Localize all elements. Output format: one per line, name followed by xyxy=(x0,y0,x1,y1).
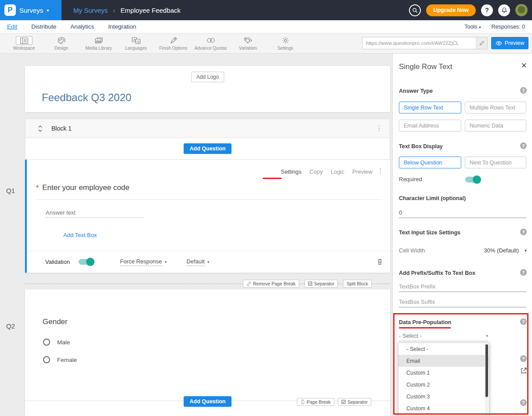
data-prepopulation-select[interactable]: - Select - ▾ xyxy=(399,331,488,341)
chevron-down-icon[interactable]: ▾ xyxy=(525,248,527,253)
chevron-down-icon: ▾ xyxy=(486,333,488,338)
help-icon[interactable]: ? xyxy=(520,269,527,276)
force-response-select[interactable]: Force Response xyxy=(120,258,162,266)
survey-url-box xyxy=(362,37,488,49)
collapse-block-icon[interactable] xyxy=(38,125,43,132)
question-action-copy[interactable]: Copy xyxy=(309,168,322,175)
add-question-button[interactable]: Add Question xyxy=(184,396,232,407)
kebab-menu-icon[interactable]: ⋮ xyxy=(377,168,384,175)
search-icon[interactable] xyxy=(409,4,421,16)
preview-button[interactable]: Preview xyxy=(491,37,528,49)
split-block-button[interactable]: Split Block xyxy=(343,280,372,288)
required-toggle[interactable] xyxy=(465,177,480,182)
textbox-prefix-input[interactable] xyxy=(399,281,526,292)
help-icon[interactable]: ? xyxy=(520,229,527,235)
annotation-underline-data-prepopulation xyxy=(399,327,451,328)
external-link-icon[interactable] xyxy=(521,368,527,374)
responses-count[interactable]: Responses: 0 xyxy=(492,24,525,30)
toolbar-item-design[interactable]: Design xyxy=(43,36,80,51)
toolbar-item-advance-quotas[interactable]: Advance Quotas xyxy=(192,36,229,51)
tools-menu[interactable]: Tools ▾ xyxy=(464,24,481,30)
cell-width-value[interactable]: 30% (Default) xyxy=(484,247,519,254)
block-footer-controls: Page Break Separator xyxy=(297,398,371,406)
question-text-row[interactable]: * Enter your employee code xyxy=(36,183,382,200)
advance-quotas-icon xyxy=(206,36,215,45)
textbox-suffix-input[interactable] xyxy=(399,297,526,307)
dropdown-option-email[interactable]: Email xyxy=(398,355,489,367)
help-icon[interactable]: ? xyxy=(481,4,493,16)
display-below-question[interactable]: Below Question xyxy=(399,157,461,168)
answer-type-single-row[interactable]: Single Row Text xyxy=(399,102,461,113)
page-break-controls: Remove Page Break Separator Split Block xyxy=(25,280,390,288)
dropdown-option-custom1[interactable]: Custom 1 xyxy=(398,367,489,379)
default-validation-select[interactable]: Default xyxy=(187,258,205,266)
breadcrumb-my-surveys[interactable]: My Surveys xyxy=(73,7,108,14)
pencil-icon[interactable] xyxy=(476,37,487,49)
nav-right: Tools ▾ Responses: 0 xyxy=(464,24,525,30)
help-icon[interactable]: ? xyxy=(520,399,527,406)
separator-button[interactable]: Separator xyxy=(304,280,338,288)
dropdown-option-custom3[interactable]: Custom 3 xyxy=(398,390,489,402)
validation-toggle[interactable] xyxy=(79,259,94,265)
toggle-knob xyxy=(86,258,94,266)
toolbar-item-media-library[interactable]: Media Library xyxy=(80,36,117,51)
dropdown-scrollbar[interactable] xyxy=(485,343,489,415)
remove-page-break-button[interactable]: Remove Page Break xyxy=(243,280,299,288)
tab-integration[interactable]: Integration xyxy=(108,23,136,30)
block-name[interactable]: Block 1 xyxy=(51,125,72,132)
product-switcher[interactable]: P Surveys ▾ xyxy=(0,0,62,20)
answer-type-numeric-data[interactable]: Numeric Data xyxy=(465,120,526,131)
question-text[interactable]: Gender xyxy=(43,317,68,326)
question-action-settings[interactable]: Settings xyxy=(281,168,301,175)
question-action-logic[interactable]: Logic xyxy=(331,168,344,175)
separator-button[interactable]: Separator xyxy=(338,398,371,406)
answer-type-multiple-rows[interactable]: Multiple Rows Text xyxy=(465,102,526,113)
radio-option-female[interactable]: Female xyxy=(43,356,77,363)
toolbar-label: Workspace xyxy=(13,46,35,51)
toolbar-label: Advance Quotas xyxy=(195,46,227,51)
kebab-menu-icon[interactable]: ⋮ xyxy=(376,125,383,132)
tab-edit[interactable]: Edit xyxy=(7,23,17,30)
tab-distribute[interactable]: Distribute xyxy=(31,23,56,30)
help-icon[interactable]: ? xyxy=(520,318,527,325)
page-break-button[interactable]: Page Break xyxy=(297,398,334,406)
dropdown-option-custom2[interactable]: Custom 2 xyxy=(398,379,489,390)
toolbar-item-settings[interactable]: Settings xyxy=(267,36,304,51)
radio-option-male[interactable]: Male xyxy=(43,339,70,346)
toolbar-item-finish-options[interactable]: Finish Options xyxy=(155,36,192,51)
close-icon[interactable]: × xyxy=(521,61,527,70)
question-action-preview[interactable]: Preview xyxy=(352,168,373,175)
survey-title[interactable]: Feedback Q3 2020 xyxy=(42,91,131,104)
toolbar-item-workspace[interactable]: Workspace xyxy=(5,36,43,51)
toolbar-item-variables[interactable]: Variables xyxy=(229,36,267,51)
chevron-down-icon: ▾ xyxy=(165,259,167,264)
tools-label: Tools xyxy=(464,24,477,30)
radio-icon xyxy=(43,339,50,346)
add-text-box-link[interactable]: Add Text Box xyxy=(63,232,97,238)
character-limit-input[interactable] xyxy=(399,208,526,218)
survey-url-input[interactable] xyxy=(362,40,476,46)
scrollbar-thumb[interactable] xyxy=(485,344,488,397)
add-logo-button[interactable]: Add Logo xyxy=(191,72,224,82)
help-icon[interactable]: ? xyxy=(520,355,527,362)
bell-icon[interactable] xyxy=(498,4,510,16)
question-footer: Validation Force Response ▾ Default ▾ xyxy=(27,251,390,273)
remove-page-break-label: Remove Page Break xyxy=(253,281,296,286)
survey-nav: Edit Distribute Analytics Integration To… xyxy=(0,20,532,33)
dropdown-option-select[interactable]: - Select - xyxy=(398,343,489,355)
avatar[interactable] xyxy=(515,4,528,16)
prefix-suffix-label: Add Prefix/Suffix To Text Box xyxy=(399,270,475,276)
tab-analytics[interactable]: Analytics xyxy=(70,23,94,30)
answer-text-input[interactable] xyxy=(46,208,143,218)
trash-icon[interactable] xyxy=(376,258,383,266)
add-question-button[interactable]: Add Question xyxy=(184,143,232,154)
question-number-q1: Q1 xyxy=(6,187,15,194)
dropdown-option-custom4[interactable]: Custom 4 xyxy=(398,402,489,414)
upgrade-now-button[interactable]: Upgrade Now xyxy=(426,4,476,16)
help-icon[interactable]: ? xyxy=(520,87,527,94)
toolbar-label: Variables xyxy=(239,46,257,51)
toolbar-item-languages[interactable]: Aa Languages xyxy=(117,36,155,51)
help-icon[interactable]: ? xyxy=(520,142,527,149)
display-next-to-question[interactable]: Next To Question xyxy=(465,157,526,168)
answer-type-email-address[interactable]: Email Address xyxy=(399,120,461,131)
